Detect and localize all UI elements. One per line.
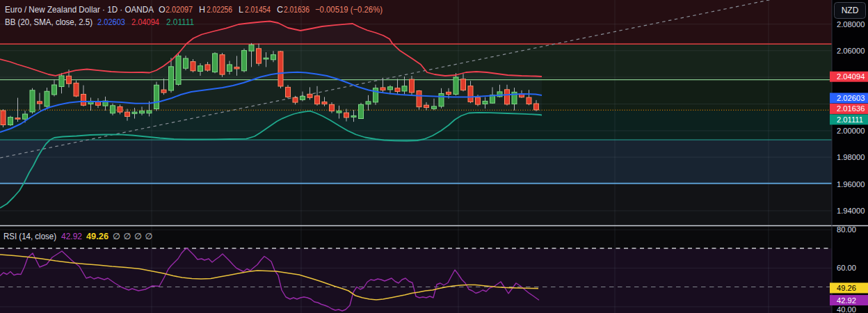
- svg-text:2.02256: 2.02256: [207, 5, 232, 15]
- svg-text:2.01636: 2.01636: [837, 104, 865, 113]
- svg-text:2.01454: 2.01454: [245, 5, 271, 15]
- svg-text:∅: ∅: [134, 232, 142, 241]
- svg-text:∅: ∅: [113, 232, 120, 241]
- svg-text:2.08000: 2.08000: [837, 20, 865, 29]
- svg-text:40.00: 40.00: [837, 305, 856, 313]
- svg-text:80.00: 80.00: [837, 225, 856, 234]
- svg-text:L: L: [239, 5, 243, 15]
- svg-text:1.98000: 1.98000: [837, 153, 865, 161]
- svg-text:2.00000: 2.00000: [837, 127, 865, 135]
- svg-text:1.94000: 1.94000: [837, 207, 865, 215]
- svg-text:2.02097: 2.02097: [166, 5, 193, 15]
- svg-text:2.01111: 2.01111: [166, 17, 194, 27]
- svg-text:49.26: 49.26: [86, 232, 108, 241]
- svg-text:2.01636: 2.01636: [284, 5, 310, 15]
- svg-text:RSI (14, close): RSI (14, close): [3, 232, 56, 241]
- svg-text:BB (20, SMA, close, 2.5): BB (20, SMA, close, 2.5): [5, 17, 93, 27]
- svg-text:2.02603: 2.02603: [97, 17, 125, 27]
- svg-text:∅: ∅: [124, 232, 131, 241]
- svg-text:1.96000: 1.96000: [837, 180, 865, 188]
- svg-text:2.04094: 2.04094: [131, 17, 159, 27]
- svg-text:NZD: NZD: [842, 6, 859, 15]
- svg-text:∅: ∅: [145, 232, 153, 241]
- svg-text:2.02603: 2.02603: [837, 94, 865, 102]
- svg-text:H: H: [199, 5, 205, 15]
- svg-text:O: O: [159, 5, 166, 15]
- svg-text:Euro / New Zealand Dollar · 1D: Euro / New Zealand Dollar · 1D · OANDA: [5, 5, 154, 15]
- svg-text:2.01111: 2.01111: [837, 115, 863, 124]
- svg-text:C: C: [277, 5, 283, 15]
- svg-text:49.26: 49.26: [837, 284, 856, 292]
- svg-text:2.04094: 2.04094: [837, 72, 865, 81]
- svg-text:42.92: 42.92: [61, 232, 82, 241]
- svg-text:−0.00519 (−0.26%): −0.00519 (−0.26%): [315, 5, 383, 15]
- svg-text:60.00: 60.00: [837, 264, 856, 272]
- svg-text:42.92: 42.92: [837, 296, 856, 305]
- svg-text:2.06000: 2.06000: [837, 47, 865, 55]
